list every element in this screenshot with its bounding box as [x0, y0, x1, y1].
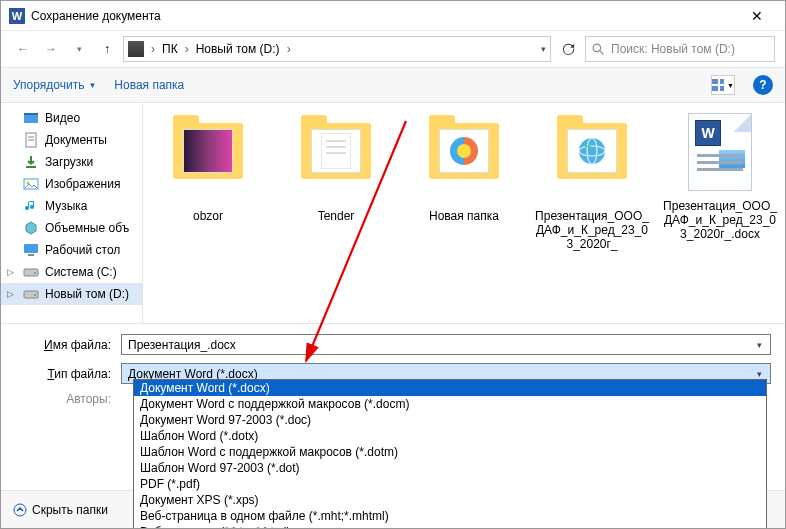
filetype-option[interactable]: Документ Word (*.docx): [134, 380, 766, 396]
svg-point-27: [579, 138, 605, 164]
chevron-up-circle-icon: [13, 503, 27, 517]
word-doc-icon: W: [688, 113, 752, 191]
cube-icon: [23, 220, 39, 236]
pc-icon: [128, 41, 144, 57]
chevron-right-icon: ›: [284, 42, 294, 56]
svg-text:W: W: [12, 10, 23, 22]
svg-rect-4: [712, 79, 718, 84]
filename-label: Имя файла:: [15, 338, 121, 352]
new-folder-button[interactable]: Новая папка: [114, 78, 184, 92]
help-button[interactable]: ?: [753, 75, 773, 95]
svg-rect-15: [24, 244, 38, 253]
tree-item-4[interactable]: Музыка: [1, 195, 142, 217]
tree-item-label: Видео: [45, 111, 80, 125]
address-dropdown-icon[interactable]: ▾: [541, 44, 546, 54]
chevron-down-icon[interactable]: ▾: [751, 336, 768, 353]
file-item[interactable]: Презентация_ООО_ДАФ_и_К_ред_23_03_2020г_: [533, 113, 651, 251]
tree-item-label: Музыка: [45, 199, 87, 213]
tree-item-label: Документы: [45, 133, 107, 147]
nav-forward-button: →: [39, 37, 63, 61]
file-pane[interactable]: obzorTenderНовая папкаПрезентация_ООО_ДА…: [143, 103, 785, 323]
filetype-option[interactable]: Шаблон Word (*.dotx): [134, 428, 766, 444]
file-item[interactable]: WПрезентация_ООО_ДАФ_и_К_ред_23_03_2020г…: [661, 113, 779, 241]
search-input[interactable]: Поиск: Новый том (D:): [585, 36, 775, 62]
folder-tree[interactable]: ВидеоДокументыЗагрузкиИзображенияМузыкаО…: [1, 103, 143, 323]
video-icon: [23, 110, 39, 126]
svg-line-3: [600, 51, 603, 54]
filetype-option[interactable]: Документ Word с поддержкой макросов (*.d…: [134, 396, 766, 412]
svg-point-18: [34, 272, 36, 274]
address-bar[interactable]: › ПК › Новый том (D:) › ▾: [123, 36, 551, 62]
filetype-option[interactable]: Шаблон Word 97-2003 (*.dot): [134, 460, 766, 476]
filename-input[interactable]: Презентация_.docx ▾: [121, 334, 771, 355]
chevron-down-icon: ▼: [88, 81, 96, 90]
svg-point-30: [14, 504, 26, 516]
close-button[interactable]: ✕: [737, 8, 777, 24]
svg-rect-9: [24, 113, 38, 115]
svg-rect-19: [24, 291, 38, 298]
filetype-option[interactable]: PDF (*.pdf): [134, 476, 766, 492]
file-label: Презентация_ООО_ДАФ_и_К_ред_23_03_2020г_: [533, 209, 651, 251]
tree-item-2[interactable]: Загрузки: [1, 151, 142, 173]
svg-point-26: [457, 144, 471, 158]
file-label: Новая папка: [405, 209, 523, 223]
hide-folders-button[interactable]: Скрыть папки: [13, 503, 108, 517]
tree-item-6[interactable]: Рабочий стол: [1, 239, 142, 261]
file-item[interactable]: Новая папка: [405, 113, 523, 223]
svg-rect-17: [24, 269, 38, 276]
svg-rect-5: [720, 79, 724, 84]
svg-point-20: [34, 294, 36, 296]
word-app-icon: W: [9, 8, 25, 24]
search-icon: [592, 43, 605, 56]
tree-item-8[interactable]: ▷Новый том (D:): [1, 283, 142, 305]
chevron-right-icon: ›: [148, 42, 158, 56]
filetype-option[interactable]: Веб-страница в одном файле (*.mht;*.mhtm…: [134, 508, 766, 524]
tree-item-3[interactable]: Изображения: [1, 173, 142, 195]
filetype-option[interactable]: Документ Word 97-2003 (*.doc): [134, 412, 766, 428]
filetype-dropdown[interactable]: Документ Word (*.docx)Документ Word с по…: [133, 379, 767, 529]
search-placeholder: Поиск: Новый том (D:): [611, 42, 735, 56]
music-icon: [23, 198, 39, 214]
save-dialog: W Сохранение документа ✕ ← → ▾ ↑ › ПК › …: [0, 0, 786, 529]
file-item[interactable]: Tender: [277, 113, 395, 223]
window-title: Сохранение документа: [31, 9, 737, 23]
refresh-button[interactable]: [555, 36, 581, 62]
tree-item-7[interactable]: ▷Система (C:): [1, 261, 142, 283]
nav-row: ← → ▾ ↑ › ПК › Новый том (D:) › ▾ Поиск:…: [1, 31, 785, 67]
down-icon: [23, 154, 39, 170]
folder-icon: [557, 123, 627, 179]
filetype-label: Тип файла:: [15, 367, 121, 381]
filetype-option[interactable]: Документ XPS (*.xps): [134, 492, 766, 508]
filetype-option[interactable]: Веб-страница (*.htm;*.html): [134, 524, 766, 529]
view-mode-button[interactable]: ▼: [711, 75, 735, 95]
tree-item-label: Изображения: [45, 177, 120, 191]
titlebar: W Сохранение документа ✕: [1, 1, 785, 31]
folder-icon: [173, 123, 243, 179]
toolbar: Упорядочить ▼ Новая папка ▼ ?: [1, 67, 785, 103]
tree-item-label: Объемные объ: [45, 221, 129, 235]
filetype-option[interactable]: Шаблон Word с поддержкой макросов (*.dot…: [134, 444, 766, 460]
nav-recent-dropdown[interactable]: ▾: [67, 37, 91, 61]
doc-icon: [23, 132, 39, 148]
file-item[interactable]: obzor: [149, 113, 267, 223]
authors-label: Авторы:: [15, 392, 121, 406]
crumb-pc[interactable]: ПК: [162, 42, 178, 56]
tree-item-5[interactable]: Объемные объ: [1, 217, 142, 239]
file-label: obzor: [149, 209, 267, 223]
svg-rect-16: [28, 254, 34, 256]
main-body: ВидеоДокументыЗагрузкиИзображенияМузыкаО…: [1, 103, 785, 323]
nav-up-button[interactable]: ↑: [95, 37, 119, 61]
expand-icon[interactable]: ▷: [7, 289, 14, 299]
tree-item-1[interactable]: Документы: [1, 129, 142, 151]
crumb-drive[interactable]: Новый том (D:): [196, 42, 280, 56]
folder-icon: [301, 123, 371, 179]
expand-icon[interactable]: ▷: [7, 267, 14, 277]
chevron-down-icon: ▼: [727, 82, 734, 89]
organize-menu[interactable]: Упорядочить ▼: [13, 78, 96, 92]
tree-item-0[interactable]: Видео: [1, 107, 142, 129]
nav-back-button[interactable]: ←: [11, 37, 35, 61]
desktop-icon: [23, 242, 39, 258]
tree-item-label: Рабочий стол: [45, 243, 120, 257]
svg-rect-6: [712, 86, 718, 91]
drive-icon: [23, 264, 39, 280]
